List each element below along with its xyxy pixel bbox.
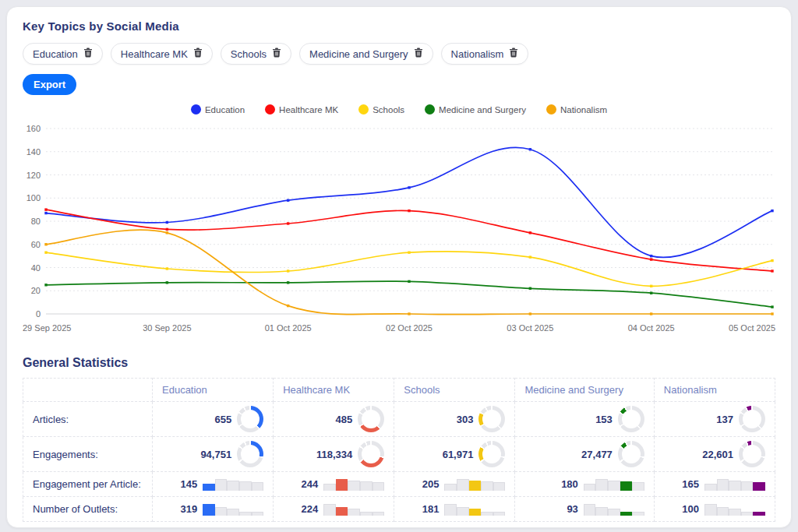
y-axis-label: 40 — [31, 263, 41, 273]
data-point-marker — [529, 148, 531, 150]
topic-chip-label: Medicine and Surgery — [309, 48, 408, 60]
stats-header-nationalism: Nationalism — [654, 379, 775, 402]
stats-header-row: Education Healthcare MK Schools Medicine… — [23, 379, 775, 402]
topic-chip-label: Schools — [231, 48, 267, 60]
engagements-value: 27,477 — [581, 449, 613, 460]
data-point-marker — [650, 258, 652, 260]
minibar — [373, 482, 385, 490]
data-point-marker — [529, 231, 531, 234]
minibar — [595, 479, 608, 491]
minibar — [323, 484, 336, 491]
engagements-value: 94,751 — [200, 449, 231, 460]
outlets-bar-chart — [323, 503, 384, 516]
minibar — [348, 509, 360, 516]
data-point-marker — [287, 222, 289, 224]
epa-bar-chart — [704, 478, 765, 491]
stats-heading: General Statistics — [23, 356, 775, 370]
data-point-marker — [287, 305, 289, 307]
stats-row-engagements: Engagements: 94,751 118,334 61,971 27,47… — [23, 437, 775, 472]
y-axis-label: 100 — [26, 193, 41, 203]
minibar-highlight — [620, 512, 633, 515]
engagements-value: 22,601 — [702, 449, 733, 460]
legend-label: Education — [205, 105, 245, 115]
minibar — [215, 507, 228, 516]
remove-topic-button[interactable] — [414, 48, 423, 60]
legend-dot — [265, 104, 275, 115]
legend-label: Schools — [373, 105, 404, 115]
minibar-highlight — [469, 509, 482, 516]
minibar — [493, 482, 506, 490]
remove-topic-button[interactable] — [193, 48, 203, 60]
outlets-value: 181 — [422, 503, 440, 515]
minibar — [729, 481, 741, 491]
data-point-marker — [408, 210, 410, 212]
minibar — [252, 482, 264, 490]
data-point-marker — [771, 270, 773, 272]
articles-donut-chart — [739, 406, 765, 432]
minibar — [444, 484, 457, 491]
topic-chip-schools: Schools — [221, 43, 291, 65]
legend-dot — [425, 104, 435, 115]
articles-value: 655 — [214, 414, 231, 425]
remove-topic-button[interactable] — [272, 48, 281, 60]
data-point-marker — [650, 312, 652, 315]
data-point-marker — [287, 281, 289, 284]
minibar — [457, 479, 469, 491]
legend-item-nationalism[interactable]: Nationalism — [546, 104, 607, 115]
data-point-marker — [166, 221, 168, 224]
data-point-marker — [650, 285, 652, 287]
outlets-value: 100 — [682, 503, 699, 515]
row-label-number-of-outlets: Number of Outlets: — [23, 497, 153, 522]
outlets-value: 93 — [567, 503, 577, 515]
y-axis-label: 0 — [36, 309, 41, 319]
articles-value: 137 — [716, 414, 733, 425]
remove-topic-button[interactable] — [509, 48, 518, 60]
x-axis-label: 29 Sep 2025 — [23, 323, 71, 333]
minibar-highlight — [469, 481, 482, 491]
data-point-marker — [771, 210, 773, 212]
minibar — [373, 512, 385, 516]
articles-donut-chart — [237, 406, 263, 432]
x-axis-label: 01 Oct 2025 — [265, 323, 312, 333]
minibar-highlight — [753, 512, 765, 516]
minibar — [348, 481, 360, 491]
legend-label: Medicine and Surgery — [439, 105, 526, 115]
data-point-marker — [408, 312, 410, 315]
legend-item-healthcare-mk[interactable]: Healthcare MK — [265, 104, 338, 115]
y-axis-label: 120 — [26, 171, 41, 180]
engagements-donut-chart — [478, 441, 505, 467]
data-point-marker — [166, 231, 168, 234]
data-point-marker — [408, 280, 410, 283]
topic-chip-medicine-and-surgery: Medicine and Surgery — [299, 43, 433, 65]
page-title: Key Topics by Social Media — [23, 19, 775, 33]
data-point-marker — [44, 243, 47, 245]
minibar — [717, 479, 729, 491]
minibar — [444, 504, 457, 516]
minibar — [360, 481, 373, 490]
legend-item-medicine-and-surgery[interactable]: Medicine and Surgery — [425, 104, 526, 115]
minibar — [704, 504, 717, 516]
stats-row-engagement-per-article: Engagement per Article: 145 244 205 180 … — [23, 472, 775, 497]
data-point-marker — [166, 228, 168, 231]
minibar — [215, 479, 228, 491]
epa-value: 165 — [682, 478, 699, 490]
data-point-marker — [529, 287, 531, 290]
export-button[interactable]: Export — [23, 74, 76, 95]
row-label-engagements: Engagements: — [23, 437, 153, 472]
remove-topic-button[interactable] — [83, 48, 93, 60]
legend-item-schools[interactable]: Schools — [358, 104, 404, 115]
minibar — [584, 484, 596, 491]
legend-dot — [546, 104, 556, 115]
data-point-marker — [529, 255, 531, 258]
x-axis-label: 05 Oct 2025 — [729, 323, 775, 333]
topic-chip-label: Education — [33, 48, 78, 60]
epa-value: 145 — [180, 478, 197, 490]
data-point-marker — [166, 267, 168, 270]
legend-item-education[interactable]: Education — [191, 104, 245, 115]
series-line-education — [46, 147, 772, 257]
minibar — [323, 504, 336, 516]
data-point-marker — [408, 251, 410, 253]
legend-dot — [191, 104, 201, 115]
y-axis-label: 20 — [31, 286, 41, 295]
trash-icon — [272, 48, 281, 60]
